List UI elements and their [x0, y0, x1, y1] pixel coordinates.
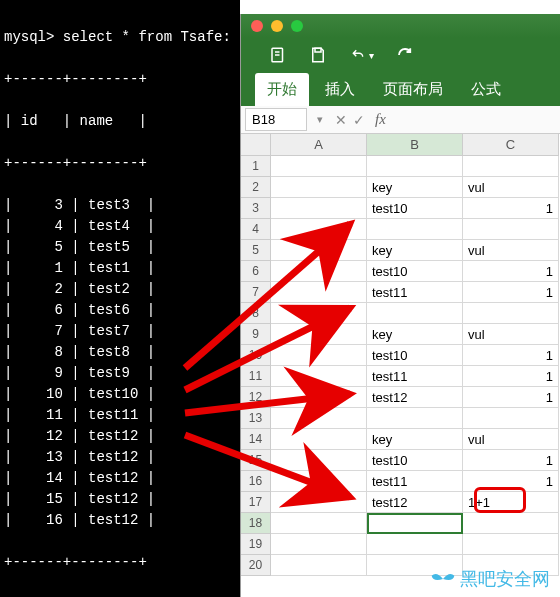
row-header[interactable]: 7	[241, 282, 271, 303]
cell[interactable]	[367, 303, 463, 324]
cell[interactable]	[463, 513, 559, 534]
cell[interactable]	[271, 324, 367, 345]
cell[interactable]: 1+1	[463, 492, 559, 513]
row-header[interactable]: 13	[241, 408, 271, 429]
cell[interactable]	[271, 429, 367, 450]
cell[interactable]: 1	[463, 198, 559, 219]
cell[interactable]: 1	[463, 366, 559, 387]
cell[interactable]	[271, 471, 367, 492]
cell[interactable]	[271, 513, 367, 534]
cell[interactable]: test11	[367, 471, 463, 492]
cell[interactable]: vul	[463, 429, 559, 450]
cell[interactable]: test10	[367, 261, 463, 282]
col-header-c[interactable]: C	[463, 134, 559, 156]
cell[interactable]: 1	[463, 387, 559, 408]
cell[interactable]	[463, 408, 559, 429]
cell[interactable]	[271, 534, 367, 555]
cancel-formula-icon[interactable]: ✕	[335, 112, 347, 128]
row-header[interactable]: 20	[241, 555, 271, 576]
namebox-dropdown-icon[interactable]: ▾	[311, 113, 329, 126]
col-header-a[interactable]: A	[271, 134, 367, 156]
cell[interactable]	[271, 282, 367, 303]
redo-icon[interactable]	[396, 46, 414, 64]
save-icon[interactable]	[309, 46, 327, 64]
row-header[interactable]: 12	[241, 387, 271, 408]
row-header[interactable]: 15	[241, 450, 271, 471]
cell[interactable]	[271, 492, 367, 513]
row-header[interactable]: 4	[241, 219, 271, 240]
cell[interactable]	[463, 303, 559, 324]
cell[interactable]	[271, 450, 367, 471]
cell[interactable]: key	[367, 240, 463, 261]
cell[interactable]	[271, 303, 367, 324]
cell[interactable]	[271, 240, 367, 261]
tab-home[interactable]: 开始	[255, 73, 309, 106]
cell[interactable]	[271, 387, 367, 408]
cell[interactable]: vul	[463, 177, 559, 198]
cell[interactable]	[367, 156, 463, 177]
cell[interactable]: 1	[463, 471, 559, 492]
cell[interactable]: 1	[463, 345, 559, 366]
cell[interactable]: 1	[463, 450, 559, 471]
cell[interactable]	[463, 219, 559, 240]
cell[interactable]	[463, 156, 559, 177]
spreadsheet-grid[interactable]: A B C 12keyvul3test10145keyvul6test1017t…	[241, 134, 560, 576]
cell[interactable]: test10	[367, 345, 463, 366]
row-header[interactable]: 5	[241, 240, 271, 261]
row-header[interactable]: 11	[241, 366, 271, 387]
cell[interactable]: test11	[367, 282, 463, 303]
col-header-b[interactable]: B	[367, 134, 463, 156]
cell[interactable]: key	[367, 324, 463, 345]
row-header[interactable]: 8	[241, 303, 271, 324]
row-header[interactable]: 1	[241, 156, 271, 177]
cell[interactable]	[271, 345, 367, 366]
name-box[interactable]: B18	[245, 108, 307, 131]
row-header[interactable]: 10	[241, 345, 271, 366]
cell[interactable]	[271, 555, 367, 576]
minimize-icon[interactable]	[271, 20, 283, 32]
row-header[interactable]: 18	[241, 513, 271, 534]
cell[interactable]: test10	[367, 198, 463, 219]
zoom-icon[interactable]	[291, 20, 303, 32]
tab-insert[interactable]: 插入	[313, 73, 367, 106]
tab-layout[interactable]: 页面布局	[371, 73, 455, 106]
row-header[interactable]: 9	[241, 324, 271, 345]
cell[interactable]: 1	[463, 282, 559, 303]
undo-icon[interactable]: ▾	[349, 48, 374, 62]
fx-label[interactable]: fx	[375, 111, 386, 128]
row-header[interactable]: 16	[241, 471, 271, 492]
cell[interactable]	[271, 198, 367, 219]
row-header[interactable]: 14	[241, 429, 271, 450]
cell[interactable]: test12	[367, 492, 463, 513]
cell[interactable]	[271, 261, 367, 282]
cell[interactable]: key	[367, 429, 463, 450]
cell[interactable]: test12	[367, 387, 463, 408]
select-all-corner[interactable]	[241, 134, 271, 156]
cell[interactable]: vul	[463, 240, 559, 261]
term-row: | 9 | test9 |	[4, 363, 236, 384]
row-header[interactable]: 3	[241, 198, 271, 219]
cell[interactable]: 1	[463, 261, 559, 282]
cell[interactable]	[271, 156, 367, 177]
cell[interactable]	[367, 219, 463, 240]
cell[interactable]	[271, 408, 367, 429]
cell[interactable]: key	[367, 177, 463, 198]
cell[interactable]	[271, 219, 367, 240]
row-header[interactable]: 17	[241, 492, 271, 513]
row-header[interactable]: 6	[241, 261, 271, 282]
row-header[interactable]: 19	[241, 534, 271, 555]
close-icon[interactable]	[251, 20, 263, 32]
cell[interactable]	[271, 366, 367, 387]
cell[interactable]: test11	[367, 366, 463, 387]
accept-formula-icon[interactable]: ✓	[353, 112, 365, 128]
tab-formula[interactable]: 公式	[459, 73, 513, 106]
cell[interactable]	[463, 534, 559, 555]
cell[interactable]	[271, 177, 367, 198]
cell[interactable]	[367, 513, 463, 534]
home-icon[interactable]	[269, 46, 287, 64]
row-header[interactable]: 2	[241, 177, 271, 198]
cell[interactable]: vul	[463, 324, 559, 345]
cell[interactable]	[367, 408, 463, 429]
cell[interactable]	[367, 534, 463, 555]
cell[interactable]: test10	[367, 450, 463, 471]
